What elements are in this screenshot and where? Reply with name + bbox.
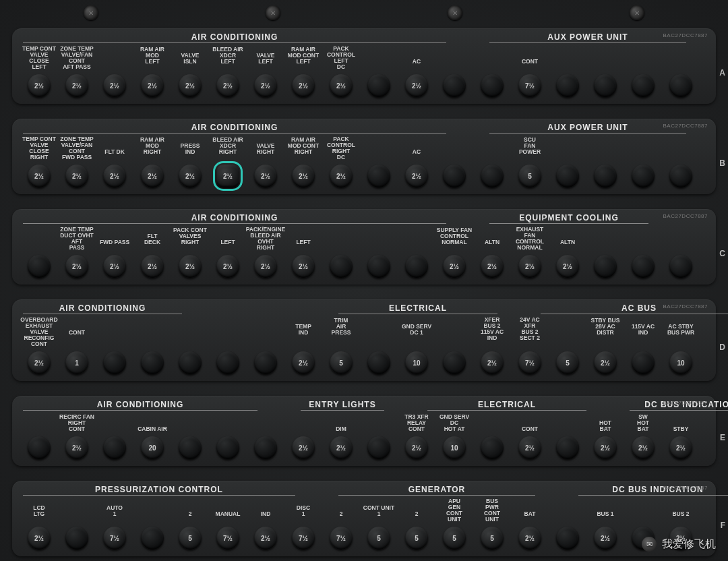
circuit-breaker[interactable]: 2½ [103, 255, 126, 278]
breaker-value: 2½ [601, 359, 610, 367]
breaker-value: 1 [75, 359, 79, 367]
circuit-breaker[interactable]: 2½ [216, 74, 239, 97]
breaker-value: 2½ [110, 173, 119, 180]
breaker-value: 2½ [72, 82, 82, 90]
breaker-value: 5 [377, 535, 381, 542]
circuit-breaker[interactable]: 2½ [518, 436, 541, 459]
circuit-breaker[interactable]: 2½ [216, 165, 239, 187]
circuit-breaker[interactable]: 7½ [518, 351, 541, 374]
circuit-breaker[interactable]: 2½ [330, 165, 353, 187]
section-title: ELECTRICAL [338, 303, 497, 314]
circuit-breaker[interactable]: 2½ [330, 74, 353, 97]
circuit-breaker[interactable]: 10 [669, 351, 692, 374]
circuit-breaker[interactable]: 2½ [405, 436, 428, 459]
circuit-breaker[interactable]: 2½ [405, 74, 428, 97]
breaker-label: ALTN [485, 225, 499, 247]
circuit-breaker[interactable]: 7½ [330, 527, 353, 550]
circuit-breaker [556, 527, 579, 550]
circuit-breaker[interactable]: 2½ [179, 165, 202, 187]
section-headers: PRESSURIZATION CONTROLGENERATORDC BUS IN… [16, 485, 712, 496]
circuit-breaker [556, 165, 579, 187]
circuit-breaker[interactable]: 2½ [179, 74, 202, 97]
circuit-breaker[interactable]: 2½ [28, 351, 51, 374]
circuit-breaker[interactable]: 2½ [65, 165, 88, 187]
breaker-label: RAM AIR MOD LEFT [140, 45, 164, 66]
circuit-breaker[interactable]: 2½ [556, 255, 579, 278]
circuit-breaker[interactable]: 5 [518, 165, 541, 187]
circuit-breaker[interactable]: 2½ [103, 74, 126, 97]
part-number: BAC27DCC7887 [663, 303, 708, 309]
circuit-breaker[interactable]: 7½ [216, 527, 239, 550]
circuit-breaker[interactable]: 10 [405, 351, 428, 374]
circuit-breaker[interactable]: 2½ [65, 436, 88, 459]
circuit-breaker[interactable]: 2½ [292, 165, 315, 187]
breaker-value: 2½ [185, 173, 195, 180]
circuit-breaker[interactable]: 2½ [28, 165, 51, 187]
circuit-breaker[interactable]: 5 [330, 351, 353, 374]
circuit-breaker[interactable]: 2½ [481, 255, 504, 278]
circuit-breaker[interactable]: 2½ [443, 255, 466, 278]
circuit-breaker[interactable]: 2½ [594, 436, 617, 459]
circuit-breaker[interactable]: 5 [481, 527, 504, 550]
circuit-breaker[interactable]: 7½ [518, 74, 541, 97]
circuit-breaker[interactable]: 2½ [632, 436, 655, 459]
circuit-breaker[interactable]: 2½ [292, 74, 315, 97]
circuit-breaker[interactable]: 2½ [594, 351, 617, 374]
circuit-breaker[interactable]: 2½ [669, 436, 692, 459]
circuit-breaker[interactable]: 2½ [65, 255, 88, 278]
circuit-breaker[interactable]: 5 [179, 527, 202, 550]
circuit-breaker[interactable]: 2½ [330, 436, 353, 459]
circuit-breaker[interactable]: 7½ [103, 527, 126, 550]
breaker-value: 5 [188, 535, 192, 542]
circuit-breaker [669, 74, 692, 97]
circuit-breaker[interactable]: 1 [65, 351, 88, 374]
circuit-breaker[interactable]: 5 [443, 527, 466, 550]
circuit-breaker[interactable]: 5 [367, 527, 390, 550]
circuit-breaker[interactable]: 2½ [103, 165, 126, 187]
circuit-breaker[interactable]: 2½ [141, 255, 164, 278]
breaker-label: 24V AC XFR BUS 2 SECT 2 [520, 316, 540, 343]
circuit-breaker[interactable]: 2½ [292, 436, 315, 459]
circuit-breaker[interactable]: 2½ [65, 74, 88, 97]
breaker-value: 7½ [525, 82, 535, 90]
circuit-breaker[interactable]: 2½ [405, 165, 428, 187]
screw-icon [630, 5, 644, 20]
breaker-label: SUPPLY FAN CONTROL NORMAL [437, 225, 472, 247]
circuit-breaker [481, 74, 504, 97]
circuit-breaker[interactable]: 2½ [254, 165, 277, 187]
breaker-label: 2 [415, 497, 419, 519]
circuit-breaker[interactable]: 2½ [254, 74, 277, 97]
circuit-breaker [179, 436, 202, 459]
circuit-breaker[interactable]: 2½ [141, 74, 164, 97]
circuit-breaker[interactable]: 2½ [28, 527, 51, 550]
breaker-value: 2½ [72, 444, 82, 452]
circuit-breaker[interactable]: 20 [141, 436, 164, 459]
breaker-label: ZONE TEMP DUCT OVHT AFT PASS [60, 225, 94, 252]
circuit-breaker[interactable]: 2½ [28, 74, 51, 97]
breaker-value: 2½ [412, 82, 421, 90]
circuit-breaker[interactable]: 2½ [518, 527, 541, 550]
circuit-breaker[interactable]: 10 [443, 436, 466, 459]
breaker-value: 2½ [34, 535, 44, 542]
section-title: AIR CONDITIONING [23, 32, 446, 43]
circuit-breaker[interactable]: 2½ [216, 255, 239, 278]
circuit-breaker[interactable]: 7½ [292, 527, 315, 550]
circuit-breaker[interactable]: 2½ [254, 527, 277, 550]
circuit-breaker[interactable]: 2½ [594, 527, 617, 550]
circuit-breaker[interactable]: 2½ [518, 255, 541, 278]
row-letter: C [719, 249, 725, 258]
breaker-label: HOT BAT [599, 412, 611, 434]
circuit-breaker[interactable]: 2½ [179, 255, 202, 278]
breaker-label: LEFT [296, 225, 310, 247]
circuit-breaker[interactable]: 2½ [254, 255, 277, 278]
circuit-breaker[interactable]: 2½ [292, 351, 315, 374]
breaker-label: CONT UNIT 1 [363, 497, 394, 519]
breaker-label: PACK/ENGINE BLEED AIR OVHT RIGHT [246, 225, 285, 252]
circuit-breaker[interactable]: 2½ [141, 165, 164, 187]
circuit-breaker [367, 255, 390, 278]
circuit-breaker[interactable]: 2½ [292, 255, 315, 278]
circuit-breaker[interactable]: 5 [556, 351, 579, 374]
breaker-value: 2½ [223, 263, 233, 270]
circuit-breaker[interactable]: 2½ [481, 351, 504, 374]
circuit-breaker[interactable]: 5 [405, 527, 428, 550]
